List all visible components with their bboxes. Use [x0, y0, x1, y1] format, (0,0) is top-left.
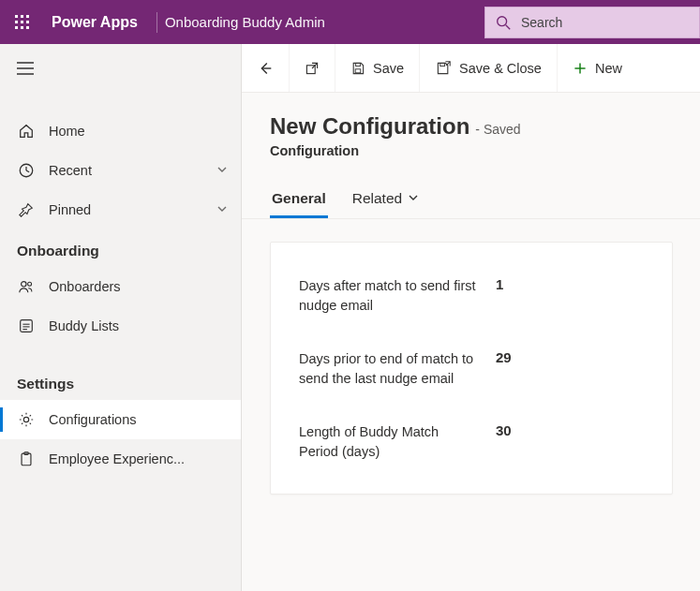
field-value: 30	[496, 422, 512, 438]
chevron-down-icon	[216, 163, 228, 178]
tab-label: Related	[352, 190, 402, 207]
back-arrow-icon	[257, 60, 274, 77]
sidebar-item-label: Employee Experienc...	[49, 451, 228, 466]
people-icon	[17, 277, 36, 296]
svg-line-10	[506, 24, 511, 29]
tab-related[interactable]: Related	[350, 185, 421, 218]
sidebar-item-label: Home	[49, 124, 228, 139]
sidebar: Home Recent Pinned Onboarding	[0, 44, 242, 591]
field-value: 29	[496, 349, 512, 365]
new-button-label: New	[595, 61, 622, 76]
field-match-period-length[interactable]: Length of Buddy Match Period (days) 30	[271, 406, 672, 479]
sidebar-item-employee-experience[interactable]: Employee Experienc...	[0, 439, 241, 479]
sidebar-toggle-button[interactable]	[0, 48, 241, 89]
sidebar-item-buddy-lists[interactable]: Buddy Lists	[0, 306, 241, 346]
svg-rect-7	[21, 26, 23, 29]
svg-line-32	[446, 61, 450, 65]
hamburger-icon	[17, 62, 34, 75]
svg-rect-4	[21, 21, 23, 23]
sidebar-item-label: Onboarders	[49, 279, 228, 294]
form-tabs: General Related	[242, 168, 700, 219]
sidebar-item-configurations[interactable]: Configurations	[0, 400, 241, 439]
sidebar-item-label: Recent	[49, 163, 216, 178]
svg-point-17	[22, 282, 26, 287]
chevron-down-icon	[408, 190, 419, 207]
field-label: Length of Buddy Match Period (days)	[299, 422, 496, 462]
tab-label: General	[272, 190, 326, 207]
plus-icon	[573, 61, 588, 76]
record-status: - Saved	[475, 122, 520, 137]
svg-point-18	[28, 282, 32, 286]
svg-rect-0	[15, 15, 18, 18]
home-icon	[17, 122, 36, 140]
svg-rect-24	[22, 453, 31, 465]
svg-rect-8	[26, 26, 29, 29]
brand-name[interactable]: Power Apps	[44, 14, 153, 31]
svg-rect-6	[15, 26, 18, 29]
svg-rect-1	[21, 15, 23, 18]
clock-icon	[17, 161, 36, 180]
sidebar-item-onboarders[interactable]: Onboarders	[0, 267, 241, 306]
page-title: New Configuration	[270, 113, 469, 140]
save-button-label: Save	[373, 61, 404, 76]
search-input[interactable]	[521, 15, 690, 30]
back-button[interactable]	[242, 44, 290, 92]
svg-point-9	[498, 16, 507, 25]
field-last-nudge-days[interactable]: Days prior to end of match to send the l…	[271, 332, 672, 406]
field-label: Days prior to end of match to send the l…	[299, 349, 496, 389]
svg-rect-5	[26, 21, 29, 23]
svg-line-16	[26, 170, 29, 172]
entity-name: Configuration	[270, 143, 700, 158]
svg-point-23	[23, 417, 28, 421]
form-section: Days after match to send first nudge ema…	[270, 242, 673, 495]
svg-rect-30	[355, 68, 361, 72]
sidebar-group-settings: Settings	[0, 362, 241, 400]
header-divider	[156, 12, 157, 33]
search-icon	[495, 14, 512, 31]
svg-rect-3	[15, 21, 18, 23]
sidebar-item-label: Buddy Lists	[49, 318, 228, 333]
open-external-button[interactable]	[290, 44, 335, 92]
save-and-close-button[interactable]: Save & Close	[420, 44, 558, 92]
new-button[interactable]: New	[558, 44, 637, 92]
command-bar: Save Save & Close New	[242, 44, 700, 93]
main-content: Save Save & Close New New Configuration …	[242, 44, 700, 591]
search-box[interactable]	[484, 7, 700, 38]
gear-icon	[17, 410, 36, 429]
sidebar-item-recent[interactable]: Recent	[0, 151, 241, 190]
svg-rect-19	[21, 320, 33, 332]
clipboard-icon	[17, 450, 36, 468]
save-icon	[350, 61, 365, 76]
tab-general[interactable]: General	[270, 185, 328, 218]
field-first-nudge-days[interactable]: Days after match to send first nudge ema…	[271, 259, 672, 332]
sidebar-group-onboarding: Onboarding	[0, 229, 241, 267]
open-external-icon	[305, 61, 320, 76]
sidebar-item-pinned[interactable]: Pinned	[0, 190, 241, 229]
global-header: Power Apps Onboarding Buddy Admin	[0, 0, 700, 44]
pin-icon	[17, 200, 36, 219]
list-icon	[17, 317, 36, 335]
sidebar-item-label: Pinned	[49, 202, 216, 217]
app-launcher-button[interactable]	[0, 0, 44, 44]
page-header: New Configuration - Saved Configuration	[242, 93, 700, 168]
save-close-icon	[435, 61, 452, 76]
save-button[interactable]: Save	[335, 44, 420, 92]
chevron-down-icon	[216, 202, 228, 217]
field-label: Days after match to send first nudge ema…	[299, 276, 496, 316]
search-container	[484, 7, 700, 38]
save-close-button-label: Save & Close	[459, 61, 542, 76]
sidebar-item-label: Configurations	[49, 412, 228, 427]
sidebar-item-home[interactable]: Home	[0, 111, 241, 151]
waffle-icon	[15, 15, 30, 30]
svg-rect-2	[26, 15, 29, 18]
app-name: Onboarding Buddy Admin	[165, 14, 344, 30]
field-value: 1	[496, 276, 503, 292]
